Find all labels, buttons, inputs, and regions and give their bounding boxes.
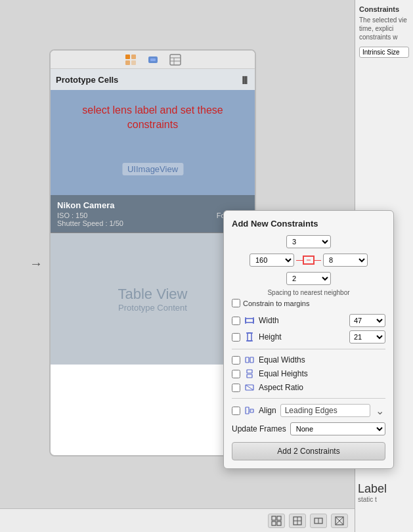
height-value-select[interactable]: 21	[349, 330, 385, 344]
svg-rect-5	[150, 58, 156, 61]
equal-widths-row: Equal Widths	[232, 355, 385, 365]
svg-rect-0	[125, 55, 130, 59]
height-label: Height	[259, 332, 345, 342]
table-view-label: Table View	[118, 286, 188, 303]
box-icon[interactable]	[147, 54, 159, 66]
constraints-desc: The selected vie time, explici constrain…	[359, 16, 409, 41]
divider-1	[232, 349, 385, 349]
left-spacing-select[interactable]: 160	[250, 254, 294, 267]
height-checkbox[interactable]	[232, 333, 240, 342]
equal-heights-icon	[244, 368, 255, 379]
spacing-bottom-row: 2	[286, 272, 331, 285]
table-view-sublabel: Prototype Content	[118, 303, 187, 313]
nav-bar-title: Prototype Cells	[56, 75, 118, 85]
top-spacing-select[interactable]: 3	[286, 235, 331, 248]
equal-heights-label: Equal Heights	[259, 369, 385, 378]
toolbar-icon-1[interactable]	[268, 514, 285, 528]
bottom-spacing-select[interactable]: 2	[286, 272, 331, 285]
arrow-indicator: →	[30, 256, 43, 271]
constraints-title: Constraints	[359, 5, 409, 13]
svg-rect-23	[250, 409, 253, 412]
svg-rect-1	[131, 55, 136, 59]
table-icon[interactable]	[169, 54, 181, 66]
svg-line-21	[246, 385, 253, 390]
width-icon	[244, 315, 255, 326]
aspect-ratio-row: Aspect Ratio	[232, 382, 385, 393]
spacing-grid: 3 160 8	[232, 235, 385, 285]
grid-icon[interactable]	[125, 54, 137, 66]
aspect-ratio-checkbox[interactable]	[232, 384, 240, 392]
align-checkbox[interactable]	[232, 407, 240, 415]
update-frames-select[interactable]: None	[290, 422, 385, 435]
cell-title: Nikon Camera	[57, 200, 248, 210]
spacing-visual-indicator	[297, 251, 320, 269]
constrain-margins-row: Constrain to margins	[232, 299, 385, 307]
toolbar-icon-4[interactable]	[331, 514, 348, 528]
width-label: Width	[259, 316, 345, 325]
svg-rect-2	[125, 60, 130, 65]
svg-rect-6	[170, 55, 181, 65]
add-constraints-button[interactable]: Add 2 Constraints	[232, 442, 385, 460]
svg-rect-13	[248, 333, 251, 341]
svg-rect-28	[277, 521, 281, 525]
height-icon	[244, 332, 255, 342]
svg-rect-10	[246, 319, 253, 322]
equal-widths-icon	[244, 355, 255, 365]
svg-rect-16	[246, 357, 249, 363]
svg-rect-19	[247, 374, 252, 378]
constrain-margins-checkbox[interactable]	[232, 299, 240, 307]
svg-rect-18	[247, 370, 252, 373]
svg-rect-26	[277, 516, 281, 520]
cell-shutter: Shutter Speed : 1/50	[57, 219, 248, 227]
right-spacing-select[interactable]: 8	[323, 254, 368, 267]
constraints-panel-title: Add New Constraints	[232, 219, 385, 229]
svg-rect-27	[272, 521, 276, 525]
constrain-margins-label: Constrain to margins	[243, 299, 310, 307]
align-icon	[244, 405, 255, 416]
width-row: Width 47	[232, 314, 385, 327]
cell-iso: ISO : 150	[57, 211, 87, 219]
spacing-label: Spacing to nearest neighbor	[232, 289, 385, 296]
instruction-text: select lens label and set these constrai…	[51, 103, 255, 133]
align-value: Leading Edges	[280, 404, 370, 417]
nav-bar: Prototype Cells ▐▌	[51, 69, 255, 90]
label-preview-text: Label	[358, 482, 410, 496]
divider-2	[232, 398, 385, 399]
toolbar-icon-3[interactable]	[310, 514, 327, 528]
svg-rect-17	[250, 357, 253, 363]
intrinsic-size-button[interactable]: Intrinsic Size	[359, 47, 409, 58]
aspect-ratio-label: Aspect Ratio	[259, 383, 385, 392]
svg-rect-3	[131, 60, 136, 65]
equal-heights-row: Equal Heights	[232, 368, 385, 379]
svg-rect-25	[272, 516, 276, 520]
equal-heights-checkbox[interactable]	[232, 370, 240, 378]
aspect-ratio-icon	[244, 382, 255, 393]
toolbar-icon-2[interactable]	[289, 514, 306, 528]
align-label: Align	[259, 406, 276, 415]
cell-details: ISO : 150 Focal Len	[57, 211, 248, 219]
add-new-constraints-panel: Add New Constraints 3 160	[223, 210, 394, 469]
constraints-section: Constraints The selected vie time, expli…	[355, 0, 413, 63]
height-row: Height 21	[232, 330, 385, 344]
bottom-toolbar	[0, 508, 355, 532]
align-row: Align Leading Edges ⌄	[232, 404, 385, 417]
width-checkbox[interactable]	[232, 317, 240, 325]
device-toolbar	[51, 51, 255, 69]
equal-widths-label: Equal Widths	[259, 355, 385, 365]
static-text-preview: static t	[358, 496, 410, 503]
main-area: Prototype Cells ▐▌ select lens label and…	[0, 0, 355, 532]
align-expand-button[interactable]: ⌄	[374, 405, 385, 417]
battery-icon: ▐▌	[240, 76, 250, 83]
update-frames-label: Update Frames	[232, 424, 286, 433]
update-frames-row: Update Frames None	[232, 422, 385, 435]
blue-area: select lens label and set these constrai…	[51, 90, 255, 195]
equal-widths-checkbox[interactable]	[232, 356, 240, 365]
spacing-middle-row: 160 8	[250, 251, 368, 269]
spacing-top-row: 3	[286, 235, 331, 248]
uiimageview-label: UIImageView	[122, 163, 183, 175]
width-value-select[interactable]: 47	[349, 314, 385, 327]
